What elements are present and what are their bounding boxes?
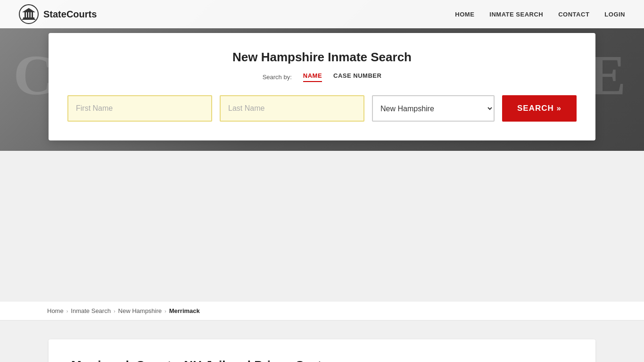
state-select[interactable]: New HampshireAlabamaAlaskaArizonaArkansa… [372, 95, 495, 122]
nav-contact[interactable]: CONTACT [558, 11, 589, 18]
breadcrumb-inmate-search[interactable]: Inmate Search [71, 307, 111, 314]
tab-case-number[interactable]: CASE NUMBER [333, 72, 381, 82]
search-tabs: Search by: NAME CASE NUMBER [67, 72, 577, 82]
breadcrumb-sep-1: › [66, 308, 68, 314]
nav-links: HOME INMATE SEARCH CONTACT LOGIN [455, 10, 625, 18]
svg-point-0 [19, 5, 38, 24]
svg-marker-7 [22, 8, 35, 12]
site-name: StateCourts [43, 9, 97, 20]
search-button[interactable]: SEARCH » [502, 95, 577, 122]
svg-rect-4 [27, 12, 28, 18]
section-card: Merrimack County, NH Jail and Prison Sys… [49, 339, 595, 362]
first-name-input[interactable] [67, 95, 212, 122]
logo-icon [19, 4, 39, 24]
breadcrumb-home[interactable]: Home [47, 307, 64, 314]
search-by-label: Search by: [263, 74, 292, 81]
breadcrumb: Home › Inmate Search › New Hampshire › M… [0, 302, 644, 321]
breadcrumb-sep-3: › [165, 308, 166, 314]
breadcrumb-sep-2: › [114, 308, 116, 314]
svg-rect-3 [25, 12, 26, 18]
section-title: Merrimack County, NH Jail and Prison Sys… [71, 358, 573, 362]
logo[interactable]: StateCourts [19, 4, 97, 24]
search-card: New Hampshire Inmate Search Search by: N… [49, 33, 595, 140]
last-name-input[interactable] [220, 95, 364, 122]
nav-inmate-search[interactable]: INMATE SEARCH [489, 11, 543, 18]
nav-home[interactable]: HOME [455, 11, 474, 18]
svg-rect-5 [29, 12, 31, 18]
svg-rect-2 [22, 19, 35, 20]
search-inputs-row: New HampshireAlabamaAlaskaArizonaArkansa… [67, 95, 577, 122]
tab-name[interactable]: NAME [303, 72, 322, 82]
nav-login[interactable]: LOGIN [604, 11, 625, 18]
navbar: StateCourts HOME INMATE SEARCH CONTACT L… [0, 0, 644, 28]
svg-rect-6 [32, 12, 33, 18]
search-title: New Hampshire Inmate Search [67, 50, 577, 65]
breadcrumb-state[interactable]: New Hampshire [118, 307, 162, 314]
content-area: Home › Inmate Search › New Hampshire › M… [0, 302, 644, 362]
breadcrumb-current: Merrimack [169, 307, 200, 314]
main-section: Merrimack County, NH Jail and Prison Sys… [49, 321, 595, 362]
